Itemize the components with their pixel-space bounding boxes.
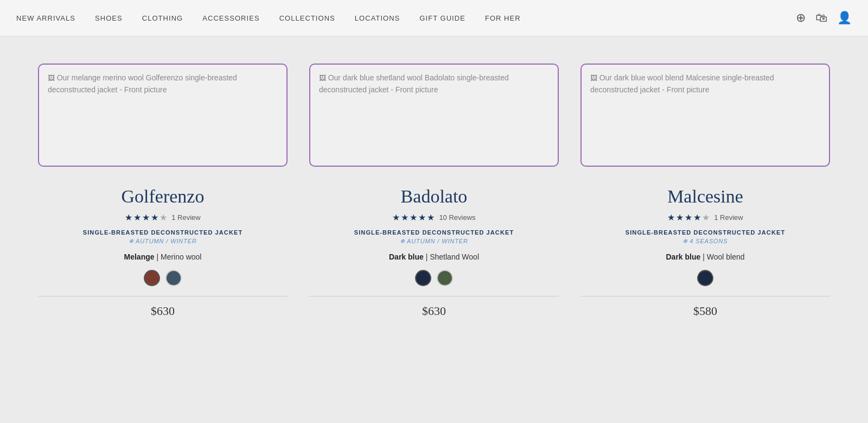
product-material: Dark blue | Wool blend — [666, 252, 744, 261]
nav-item-shoes[interactable]: SHOES — [95, 14, 123, 22]
product-name-malcesine[interactable]: Malcesine — [667, 186, 743, 207]
review-count[interactable]: 10 Reviews — [439, 213, 475, 222]
star-filled: ★ — [401, 213, 410, 222]
product-price-golferenzo: $630 — [151, 304, 175, 318]
season-icon: ❄ — [682, 238, 688, 244]
star-empty: ★ — [702, 213, 711, 222]
nav-item-gift-guide[interactable]: GIFT GUIDE — [419, 14, 465, 22]
product-type: SINGLE-BREASTED DECONSTRUCTED JACKET — [83, 229, 242, 236]
rating-row: ★★★★★1 Review — [125, 212, 200, 223]
product-price-malcesine: $580 — [693, 304, 717, 318]
rating-row: ★★★★★10 Reviews — [392, 212, 475, 223]
star-filled: ★ — [676, 213, 685, 222]
color-swatches — [415, 270, 453, 286]
nav-item-for-her[interactable]: FOR HER — [485, 14, 521, 22]
product-material: Melange | Merino wool — [124, 252, 202, 261]
site-header: NEW ARRIVALSSHOESCLOTHINGACCESSORIESCOLL… — [0, 0, 868, 36]
color-swatches — [697, 270, 713, 286]
product-card-golferenzo: Our melange merino wool Golferenzo singl… — [38, 64, 288, 318]
star-empty: ★ — [159, 213, 168, 222]
stars: ★★★★★ — [392, 212, 436, 223]
product-image-golferenzo[interactable]: Our melange merino wool Golferenzo singl… — [38, 64, 288, 167]
product-season: ❄AUTUMN / WINTER — [400, 238, 468, 245]
star-filled: ★ — [418, 213, 427, 222]
season-icon: ❄ — [400, 238, 405, 244]
color-swatch-0[interactable] — [697, 270, 713, 286]
divider — [38, 296, 288, 296]
star-filled: ★ — [410, 213, 418, 222]
product-image-alt-text: Our dark blue shetland wool Badolato sin… — [319, 72, 549, 96]
product-type: SINGLE-BREASTED DECONSTRUCTED JACKET — [626, 229, 785, 236]
product-image-alt-text: Our melange merino wool Golferenzo singl… — [48, 72, 278, 96]
nav-item-locations[interactable]: LOCATIONS — [355, 14, 400, 22]
product-material: Dark blue | Shetland Wool — [389, 252, 479, 261]
product-name-golferenzo[interactable]: Golferenzo — [122, 186, 205, 207]
product-card-malcesine: Our dark blue wool blend Malcesine singl… — [580, 64, 830, 318]
star-filled: ★ — [125, 213, 133, 222]
bag-icon[interactable]: 🛍 — [815, 11, 827, 25]
main-content: Our melange merino wool Golferenzo singl… — [0, 36, 868, 334]
color-swatch-0[interactable] — [415, 270, 431, 286]
review-count[interactable]: 1 Review — [171, 213, 200, 222]
nav-item-new-arrivals[interactable]: NEW ARRIVALS — [16, 14, 75, 22]
product-name-badolato[interactable]: Badolato — [401, 186, 468, 207]
product-type: SINGLE-BREASTED DECONSTRUCTED JACKET — [354, 229, 514, 236]
stars: ★★★★★ — [667, 212, 711, 223]
star-filled: ★ — [133, 213, 142, 222]
user-icon[interactable]: 👤 — [837, 11, 852, 25]
product-card-badolato: Our dark blue shetland wool Badolato sin… — [309, 64, 559, 318]
product-price-badolato: $630 — [422, 304, 446, 318]
product-image-badolato[interactable]: Our dark blue shetland wool Badolato sin… — [309, 64, 559, 167]
stars: ★★★★★ — [125, 212, 168, 223]
main-nav: NEW ARRIVALSSHOESCLOTHINGACCESSORIESCOLL… — [16, 14, 521, 22]
star-half: ★ — [427, 213, 436, 222]
review-count[interactable]: 1 Review — [714, 213, 743, 222]
star-half: ★ — [693, 213, 702, 222]
nav-item-clothing[interactable]: CLOTHING — [142, 14, 183, 22]
color-swatch-1[interactable] — [165, 270, 182, 286]
nav-item-accessories[interactable]: ACCESSORIES — [202, 14, 259, 22]
accessibility-icon[interactable]: ⊕ — [796, 11, 806, 25]
star-filled: ★ — [685, 213, 693, 222]
product-image-alt-text: Our dark blue wool blend Malcesine singl… — [590, 72, 820, 96]
header-icons: ⊕🛍👤 — [796, 11, 852, 25]
products-grid: Our melange merino wool Golferenzo singl… — [22, 64, 846, 318]
color-swatch-0[interactable] — [144, 270, 160, 286]
color-swatch-1[interactable] — [437, 270, 453, 286]
nav-item-collections[interactable]: COLLECTIONS — [279, 14, 335, 22]
product-season: ❄AUTUMN / WINTER — [129, 238, 197, 245]
star-filled: ★ — [667, 213, 676, 222]
star-filled: ★ — [142, 213, 151, 222]
product-season: ❄4 SEASONS — [682, 238, 727, 245]
star-half: ★ — [151, 213, 159, 222]
color-swatches — [144, 270, 182, 286]
star-filled: ★ — [392, 213, 401, 222]
rating-row: ★★★★★1 Review — [667, 212, 743, 223]
product-image-malcesine[interactable]: Our dark blue wool blend Malcesine singl… — [580, 64, 830, 167]
divider — [580, 296, 830, 296]
season-icon: ❄ — [129, 238, 134, 244]
divider — [309, 296, 559, 296]
